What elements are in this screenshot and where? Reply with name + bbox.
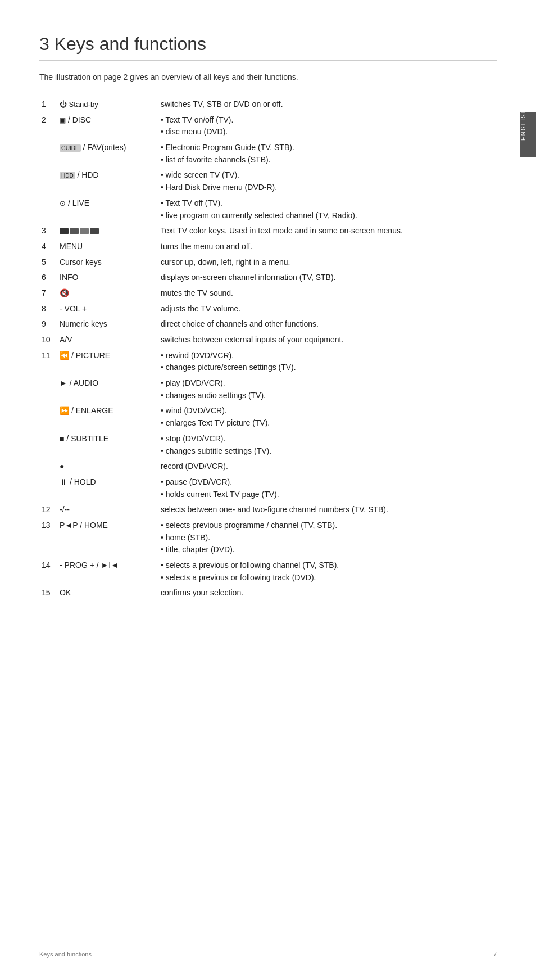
key-description: • rewind (DVD/VCR).• changes picture/scr… [158,348,497,376]
key-number: 3 [39,223,57,239]
key-description: switches between external inputs of your… [158,332,497,348]
key-label: HDD / HDD [57,168,158,195]
table-row: 15OKconfirms your selection. [39,585,497,601]
table-row: 1⏻ Stand-byswitches TV, STB or DVD on or… [39,97,497,112]
key-description: Text TV color keys. Used in text mode an… [158,223,497,239]
key-number [39,475,57,502]
key-number: 2 [39,112,57,140]
key-label: Numeric keys [57,317,158,332]
key-description: adjusts the TV volume. [158,301,497,317]
key-label: ⏸ / HOLD [57,475,158,502]
key-description: • wide screen TV (TV).• Hard Disk Drive … [158,168,497,195]
key-number [39,403,57,431]
key-description: • Electronic Program Guide (TV, STB).• l… [158,140,497,168]
footer: Keys and functions 7 [39,946,497,958]
key-number [39,459,57,475]
key-label: A/V [57,332,158,348]
table-row: GUIDE / FAV(orites)• Electronic Program … [39,140,497,168]
key-number [39,196,57,223]
key-number: 15 [39,585,57,601]
key-description: record (DVD/VCR). [158,459,497,475]
table-row: 8- VOL +adjusts the TV volume. [39,301,497,317]
table-row: 2▣ / DISC• Text TV on/off (TV).• disc me… [39,112,497,140]
footer-left: Keys and functions [39,951,92,958]
key-number: 14 [39,558,57,585]
table-row: ► / AUDIO• play (DVD/VCR).• changes audi… [39,376,497,403]
key-number: 11 [39,348,57,376]
key-description: cursor up, down, left, right in a menu. [158,255,497,270]
key-number: 5 [39,255,57,270]
key-description: • Text TV on/off (TV).• disc menu (DVD). [158,112,497,140]
key-label: - VOL + [57,301,158,317]
key-label: - PROG + / ►I◄ [57,558,158,585]
table-row: 4MENUturns the menu on and off. [39,239,497,255]
key-number: 4 [39,239,57,255]
key-description: • wind (DVD/VCR).• enlarges Text TV pict… [158,403,497,431]
key-label: ⏩ / ENLARGE [57,403,158,431]
key-number [39,140,57,168]
key-label: OK [57,585,158,601]
page: ENGLISH 3 Keys and functions The illustr… [0,0,536,980]
table-row: 13P◄P / HOME• selects previous programme… [39,518,497,558]
table-row: 9Numeric keysdirect choice of channels a… [39,317,497,332]
key-description: selects between one- and two-figure chan… [158,502,497,518]
key-number: 7 [39,286,57,301]
key-label: INFO [57,270,158,286]
keys-table: 1⏻ Stand-byswitches TV, STB or DVD on or… [39,97,497,601]
key-description: mutes the TV sound. [158,286,497,301]
key-label: 🔇 [57,286,158,301]
table-row: ■ / SUBTITLE• stop (DVD/VCR).• changes s… [39,431,497,459]
key-label: ■ / SUBTITLE [57,431,158,459]
key-label: ⏪ / PICTURE [57,348,158,376]
key-label: ⏻ Stand-by [57,97,158,112]
intro-text: The illustration on page 2 gives an over… [39,71,497,83]
table-row: ●record (DVD/VCR). [39,459,497,475]
key-number: 9 [39,317,57,332]
key-label: ► / AUDIO [57,376,158,403]
key-number: 6 [39,270,57,286]
key-description: • play (DVD/VCR).• changes audio setting… [158,376,497,403]
table-row: 6INFOdisplays on-screen channel informat… [39,270,497,286]
table-row: 12-/--selects between one- and two-figur… [39,502,497,518]
footer-right: 7 [493,951,497,958]
key-label: GUIDE / FAV(orites) [57,140,158,168]
table-row: ⏸ / HOLD• pause (DVD/VCR).• holds curren… [39,475,497,502]
title-divider [39,60,497,61]
key-description: • stop (DVD/VCR).• changes subtitle sett… [158,431,497,459]
key-number: 10 [39,332,57,348]
key-description: direct choice of channels and other func… [158,317,497,332]
key-description: switches TV, STB or DVD on or off. [158,97,497,112]
key-description: confirms your selection. [158,585,497,601]
key-label: -/-- [57,502,158,518]
page-title: 3 Keys and functions [39,34,497,55]
side-tab: ENGLISH [520,112,536,157]
key-number: 12 [39,502,57,518]
key-description: turns the menu on and off. [158,239,497,255]
key-label: Cursor keys [57,255,158,270]
key-number: 8 [39,301,57,317]
key-label: ● [57,459,158,475]
key-number [39,376,57,403]
key-label [57,223,158,239]
key-number: 1 [39,97,57,112]
key-label: P◄P / HOME [57,518,158,558]
table-row: ⏩ / ENLARGE• wind (DVD/VCR).• enlarges T… [39,403,497,431]
table-row: 10A/Vswitches between external inputs of… [39,332,497,348]
table-row: 14- PROG + / ►I◄• selects a previous or … [39,558,497,585]
table-row: 5Cursor keyscursor up, down, left, right… [39,255,497,270]
key-description: • selects previous programme / channel (… [158,518,497,558]
key-description: • selects a previous or following channe… [158,558,497,585]
key-label: MENU [57,239,158,255]
key-number [39,431,57,459]
table-row: HDD / HDD• wide screen TV (TV).• Hard Di… [39,168,497,195]
table-row: 11⏪ / PICTURE• rewind (DVD/VCR).• change… [39,348,497,376]
table-row: 7🔇mutes the TV sound. [39,286,497,301]
key-label: ▣ / DISC [57,112,158,140]
table-row: ⊙ / LIVE• Text TV off (TV).• live progra… [39,196,497,223]
key-number: 13 [39,518,57,558]
key-number [39,168,57,195]
key-description: displays on-screen channel information (… [158,270,497,286]
key-description: • pause (DVD/VCR).• holds current Text T… [158,475,497,502]
key-label: ⊙ / LIVE [57,196,158,223]
table-row: 3Text TV color keys. Used in text mode a… [39,223,497,239]
